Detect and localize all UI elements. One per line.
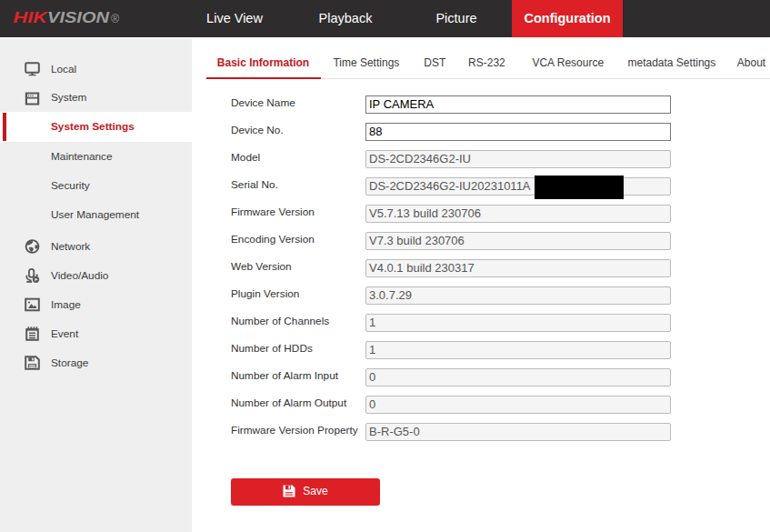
svg-text:®: ®	[111, 13, 120, 25]
svg-text:VISION: VISION	[47, 9, 110, 25]
svg-text:HIK: HIK	[14, 9, 49, 25]
